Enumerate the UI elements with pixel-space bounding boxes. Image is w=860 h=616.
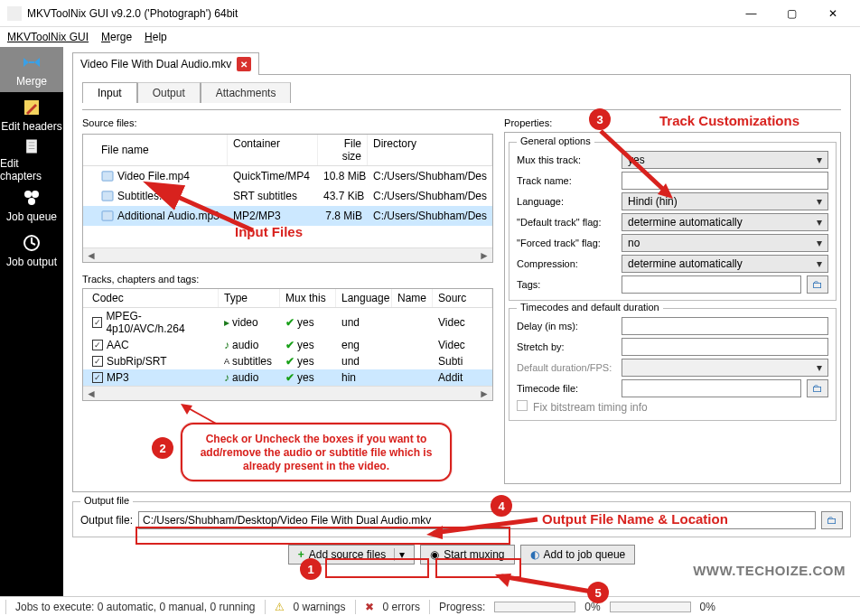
action-buttons: +Add source files ◉Start muxing ◐Add to … xyxy=(72,545,851,565)
svg-rect-9 xyxy=(102,172,113,181)
job-output-icon xyxy=(21,232,42,254)
svg-rect-10 xyxy=(102,191,113,201)
chevron-down-icon: ▾ xyxy=(817,361,822,374)
progress-2-text: 0% xyxy=(700,601,715,613)
track-row[interactable]: ✓SubRip/SRT Asubtitles ✔yes undSubti xyxy=(83,353,492,369)
browse-tags-button[interactable]: 🗀 xyxy=(807,275,828,294)
add-source-files-button[interactable]: +Add source files xyxy=(288,545,415,565)
start-muxing-button[interactable]: ◉Start muxing xyxy=(420,545,514,565)
sidebar-item-job-queue[interactable]: Job queue xyxy=(0,182,63,228)
file-tab-close-icon[interactable]: ✕ xyxy=(237,57,251,71)
browse-output-button[interactable]: 🗀 xyxy=(821,511,843,529)
window-title: MKVToolNix GUI v9.2.0 ('Photograph') 64b… xyxy=(27,7,731,20)
svg-point-7 xyxy=(28,198,35,205)
video-icon: ▸ xyxy=(224,316,229,329)
app-icon xyxy=(7,6,22,21)
col-source[interactable]: Sourc xyxy=(433,289,492,307)
annotation-callout: Check or Uncheck the boxes if you want t… xyxy=(181,423,452,481)
main-area: Video File With Dual Audio.mkv ✕ Input O… xyxy=(63,47,860,596)
menu-merge[interactable]: Merge xyxy=(101,31,132,43)
menu-mkvtoolnix[interactable]: MKVToolNix GUI xyxy=(7,31,89,43)
fix-bitstream-checkbox[interactable] xyxy=(517,400,528,411)
col-name[interactable]: Name xyxy=(392,289,433,307)
default-flag-select[interactable]: determine automatically▾ xyxy=(622,213,828,231)
sidebar-label: Edit chapters xyxy=(0,157,63,182)
track-checkbox[interactable]: ✓ xyxy=(92,317,102,328)
file-tab[interactable]: Video File With Dual Audio.mkv ✕ xyxy=(72,52,259,75)
sidebar-label: Merge xyxy=(16,75,47,88)
progress-label: Progress: xyxy=(439,601,485,613)
menu-bar: MKVToolNix GUI Merge Help xyxy=(0,27,860,47)
col-filename[interactable]: File name xyxy=(83,135,228,165)
maximize-button[interactable]: ▢ xyxy=(771,1,812,26)
sidebar-item-merge[interactable]: Merge xyxy=(0,47,63,92)
track-checkbox[interactable]: ✓ xyxy=(92,340,103,350)
col-codec[interactable]: Codec xyxy=(83,289,219,307)
h-scrollbar[interactable]: ◄► xyxy=(83,386,492,400)
properties-label: Properties: xyxy=(504,117,841,128)
job-queue-icon xyxy=(21,187,42,209)
col-directory[interactable]: Directory xyxy=(368,135,492,165)
file-icon xyxy=(101,171,114,182)
file-icon xyxy=(101,210,114,221)
edit-chapters-icon xyxy=(21,137,42,155)
progress-bar-1 xyxy=(494,602,575,612)
sidebar-item-edit-headers[interactable]: Edit headers xyxy=(0,92,63,137)
stretch-input[interactable] xyxy=(622,338,828,356)
language-select[interactable]: Hindi (hin)▾ xyxy=(622,192,828,210)
tab-attachments[interactable]: Attachments xyxy=(201,82,292,103)
tracks-label: Tracks, chapters and tags: xyxy=(82,274,493,285)
folder-open-icon: 🗀 xyxy=(812,278,823,291)
queue-icon: ◐ xyxy=(530,548,539,561)
progress-bar-2 xyxy=(610,602,691,612)
status-warnings[interactable]: 0 warnings xyxy=(294,601,346,613)
chevron-down-icon: ▾ xyxy=(817,216,822,229)
output-file-input[interactable] xyxy=(138,511,816,529)
check-icon: ✔ xyxy=(285,316,294,329)
track-row[interactable]: ✓AAC ♪audio ✔yes engVidec xyxy=(83,337,492,353)
delay-input[interactable] xyxy=(622,317,828,335)
source-file-row[interactable]: Video File.mp4 QuickTime/MP4 10.8 MiB C:… xyxy=(83,166,492,186)
source-file-row[interactable]: Subtitles.srt SRT subtitles 43.7 KiB C:/… xyxy=(83,186,492,206)
output-file-label: Output file: xyxy=(80,514,133,527)
tracks-table: Codec Type Mux this Language Name Sourc … xyxy=(82,288,493,401)
plus-icon: + xyxy=(298,548,304,561)
track-name-input[interactable] xyxy=(622,172,828,190)
source-file-row[interactable]: Additional Audio.mp3 MP2/MP3 7.8 MiB C:/… xyxy=(83,206,492,226)
col-muxthis[interactable]: Mux this xyxy=(280,289,336,307)
status-errors[interactable]: 0 errors xyxy=(383,601,420,613)
col-container[interactable]: Container xyxy=(228,135,318,165)
edit-headers-icon xyxy=(21,97,42,118)
tags-input[interactable] xyxy=(622,275,801,294)
col-language[interactable]: Language xyxy=(336,289,392,307)
track-row[interactable]: ✓MP3 ♪audio ✔yes hinAddit xyxy=(83,369,492,386)
svg-point-6 xyxy=(32,191,39,198)
check-icon: ✔ xyxy=(285,371,294,384)
forced-flag-select[interactable]: no▾ xyxy=(622,234,828,252)
tab-input[interactable]: Input xyxy=(82,82,137,103)
mux-this-track-select[interactable]: yes▾ xyxy=(622,151,828,169)
sidebar-item-job-output[interactable]: Job output xyxy=(0,228,63,273)
track-checkbox[interactable]: ✓ xyxy=(92,356,103,367)
timecode-file-input[interactable] xyxy=(622,379,801,397)
menu-help[interactable]: Help xyxy=(145,31,167,43)
close-button[interactable]: ✕ xyxy=(812,1,853,26)
browse-timecode-button[interactable]: 🗀 xyxy=(807,379,828,397)
add-to-job-queue-button[interactable]: ◐Add to job queue xyxy=(520,545,636,565)
group-legend: Output file xyxy=(80,495,133,506)
minimize-button[interactable]: — xyxy=(731,1,771,26)
track-checkbox[interactable]: ✓ xyxy=(92,372,103,383)
track-row[interactable]: ✓MPEG-4p10/AVC/h.264 ▸video ✔yes undVide… xyxy=(83,308,492,337)
svg-point-5 xyxy=(24,191,32,198)
play-icon: ◉ xyxy=(430,548,439,561)
h-scrollbar[interactable]: ◄► xyxy=(83,247,492,262)
folder-open-icon: 🗀 xyxy=(812,382,823,395)
col-filesize[interactable]: File size xyxy=(318,135,368,165)
folder-open-icon: 🗀 xyxy=(827,514,837,527)
col-type[interactable]: Type xyxy=(219,289,280,307)
compression-select[interactable]: determine automatically▾ xyxy=(622,255,828,273)
fps-select[interactable]: ▾ xyxy=(622,359,828,377)
sidebar-item-edit-chapters[interactable]: Edit chapters xyxy=(0,137,63,182)
file-tab-label: Video File With Dual Audio.mkv xyxy=(80,58,231,70)
tab-output[interactable]: Output xyxy=(137,82,201,103)
